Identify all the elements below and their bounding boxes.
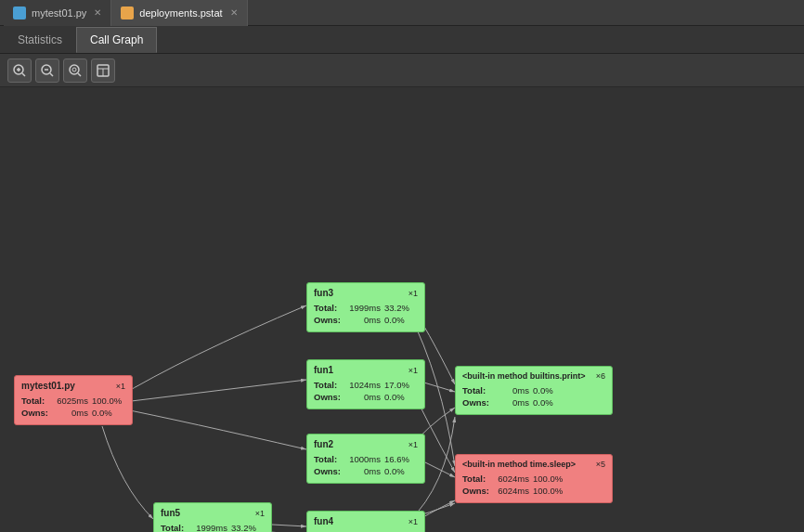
node-mytest01-own-pct: 0.0% <box>92 407 125 419</box>
node-builtin-sleep-count: ×5 <box>596 460 605 469</box>
node-fun3-count: ×1 <box>408 289 418 298</box>
node-mytest01-count: ×1 <box>116 382 125 391</box>
node-fun1-own-time: 0ms <box>347 391 381 403</box>
node-fun2-label: fun2 <box>314 439 333 449</box>
svg-line-9 <box>78 73 81 76</box>
zoom-out-button[interactable] <box>35 58 59 83</box>
node-fun2[interactable]: fun2 ×1 Total: 1000ms 16.6% Owns: 0ms 0.… <box>306 434 425 484</box>
zoom-in-icon <box>12 63 27 78</box>
node-fun2-own-pct: 0.0% <box>384 465 418 477</box>
export-icon <box>96 63 110 78</box>
node-fun3-total-pct: 33.2% <box>384 302 418 314</box>
node-builtin-sleep-label: <built-in method time.sleep> <box>462 460 576 469</box>
node-builtin-print-count: ×6 <box>596 371 605 381</box>
node-builtin-print[interactable]: <built-in method builtins.print> ×6 Tota… <box>455 366 613 415</box>
node-builtin-sleep-own-time: 6024ms <box>496 485 529 497</box>
node-builtin-print-own-pct: 0.0% <box>533 396 566 409</box>
fit-button[interactable] <box>63 58 87 83</box>
node-fun5-label: fun5 <box>161 508 180 518</box>
node-fun5-total-pct: 33.2% <box>231 522 265 532</box>
node-fun2-total-time: 1000ms <box>347 453 381 465</box>
node-fun3-label: fun3 <box>314 288 333 298</box>
pstat-icon <box>121 6 134 19</box>
node-fun5-total-time: 1999ms <box>194 522 227 532</box>
export-button[interactable] <box>91 58 115 83</box>
node-fun1-count: ×1 <box>408 366 418 375</box>
tab-mytest01-label: mytest01.py <box>32 7 86 19</box>
node-fun3[interactable]: fun3 ×1 Total: 1999ms 33.2% Owns: 0ms 0.… <box>306 282 425 332</box>
zoom-out-icon <box>40 63 55 78</box>
svg-point-7 <box>70 65 79 74</box>
node-fun5[interactable]: fun5 ×1 Total: 1999ms 33.2% Owns: 0ms 0.… <box>153 502 272 532</box>
node-fun1[interactable]: fun1 ×1 Total: 1024ms 17.0% Owns: 0ms 0.… <box>306 359 425 409</box>
tab-deployments[interactable]: deployments.pstat ✕ <box>111 0 247 26</box>
node-fun3-total-time: 1999ms <box>347 302 381 314</box>
tab-deployments-close[interactable]: ✕ <box>230 7 238 18</box>
tab-mytest01[interactable]: mytest01.py ✕ <box>4 0 111 26</box>
title-bar: mytest01.py ✕ deployments.pstat ✕ <box>0 0 804 26</box>
nav-tabs: Statistics Call Graph <box>0 26 804 54</box>
node-builtin-sleep-own-pct: 100.0% <box>533 485 566 497</box>
py-icon <box>13 6 26 19</box>
node-fun1-label: fun1 <box>314 365 333 375</box>
node-fun5-count: ×1 <box>255 509 265 518</box>
node-builtin-sleep[interactable]: <built-in method time.sleep> ×5 Total: 6… <box>455 454 613 503</box>
node-mytest01-own-time: 0ms <box>55 407 88 419</box>
node-fun3-own-time: 0ms <box>347 314 381 326</box>
node-builtin-sleep-total-time: 6024ms <box>496 473 529 485</box>
node-builtin-print-total-pct: 0.0% <box>533 384 566 396</box>
svg-line-6 <box>50 73 53 76</box>
node-mytest01-total-pct: 100.0% <box>92 395 125 407</box>
node-fun4-count: ×1 <box>408 517 418 526</box>
node-fun4-label: fun4 <box>314 516 333 526</box>
node-fun1-own-pct: 0.0% <box>384 391 418 403</box>
node-fun4[interactable]: fun4 ×1 Total: 999ms 16.6% Owns: 0ms 0.0… <box>306 511 425 532</box>
node-builtin-print-total-time: 0ms <box>496 384 529 396</box>
node-fun2-own-time: 0ms <box>347 465 381 477</box>
node-mytest01-total-time: 6025ms <box>55 395 88 407</box>
node-builtin-print-own-time: 0ms <box>496 396 529 409</box>
node-fun1-total-pct: 17.0% <box>384 379 418 391</box>
svg-point-8 <box>72 68 76 71</box>
tab-callgraph[interactable]: Call Graph <box>76 27 157 53</box>
tab-statistics[interactable]: Statistics <box>4 27 76 53</box>
node-mytest01-label: mytest01.py <box>21 381 75 391</box>
node-mytest01[interactable]: mytest01.py ×1 Total: 6025ms 100.0% Owns… <box>14 375 133 425</box>
toolbar <box>0 54 804 87</box>
node-fun3-own-pct: 0.0% <box>384 314 418 326</box>
fit-icon <box>68 63 83 78</box>
node-builtin-sleep-total-pct: 100.0% <box>533 473 566 485</box>
tab-mytest01-close[interactable]: ✕ <box>94 7 101 18</box>
tab-deployments-label: deployments.pstat <box>139 7 222 19</box>
node-fun1-total-time: 1024ms <box>347 379 381 391</box>
node-fun2-total-pct: 16.6% <box>384 453 418 465</box>
svg-line-3 <box>22 73 25 76</box>
graph-area[interactable]: mytest01.py ×1 Total: 6025ms 100.0% Owns… <box>0 87 804 532</box>
node-builtin-print-label: <built-in method builtins.print> <box>462 371 586 381</box>
zoom-in-button[interactable] <box>7 58 32 83</box>
node-fun2-count: ×1 <box>408 440 418 449</box>
